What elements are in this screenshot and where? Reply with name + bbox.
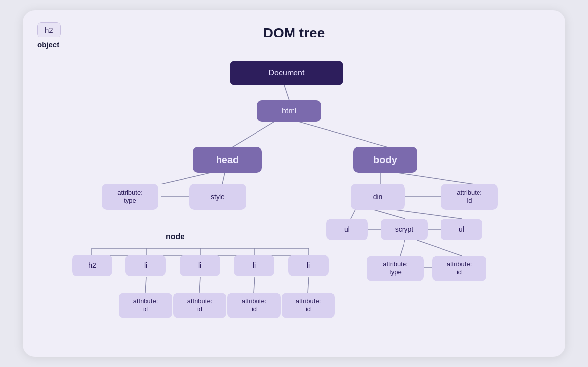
svg-line-2 [299,122,388,147]
li2-node: li [180,255,220,276]
style-node: style [189,184,246,210]
svg-line-25 [417,240,462,256]
h2-badge: h2 [37,22,61,37]
svg-line-21 [199,277,200,293]
object-label: object [37,40,61,49]
din-node: din [351,184,405,210]
page-title: DOM tree [42,25,546,41]
svg-line-0 [284,85,289,100]
document-node: Document [230,61,343,85]
svg-line-22 [254,277,255,293]
head-node: head [193,147,262,173]
attr-id-ul-right-node: attribute:id [432,256,486,281]
li4-node: li [288,255,329,276]
attr-type-scrypt-node: attribute:type [367,256,424,281]
tree-area: Document html head body attribute:type s… [42,51,546,337]
svg-line-3 [161,173,210,184]
html-node: html [257,100,321,122]
ul-left-node: ul [326,219,368,240]
li1-node: li [125,255,166,276]
svg-line-10 [370,209,405,219]
attr-id-body-node: attribute:id [441,184,498,210]
top-left-badge: h2 object [37,22,61,49]
svg-line-4 [222,173,225,184]
h2-node: h2 [72,255,112,276]
node-section-label: node [166,232,184,241]
attr-id-li1-node: attribute:id [119,293,172,318]
attr-type-head-node: attribute:type [102,184,158,210]
svg-line-1 [232,122,274,147]
attr-id-li2-node: attribute:id [173,293,226,318]
svg-line-23 [308,277,309,293]
svg-line-11 [388,209,462,219]
svg-line-24 [400,240,405,256]
li3-node: li [234,255,274,276]
svg-line-20 [145,277,146,293]
body-node: body [353,147,417,173]
scrypt-node: scrypt [381,219,428,240]
attr-id-li3-node: attribute:id [227,293,281,318]
attr-id-li4-node: attribute:id [282,293,335,318]
diagram-container: h2 object DOM tree [23,10,565,357]
svg-line-7 [398,173,474,184]
ul-right-node: ul [441,219,482,240]
svg-line-9 [351,209,356,219]
